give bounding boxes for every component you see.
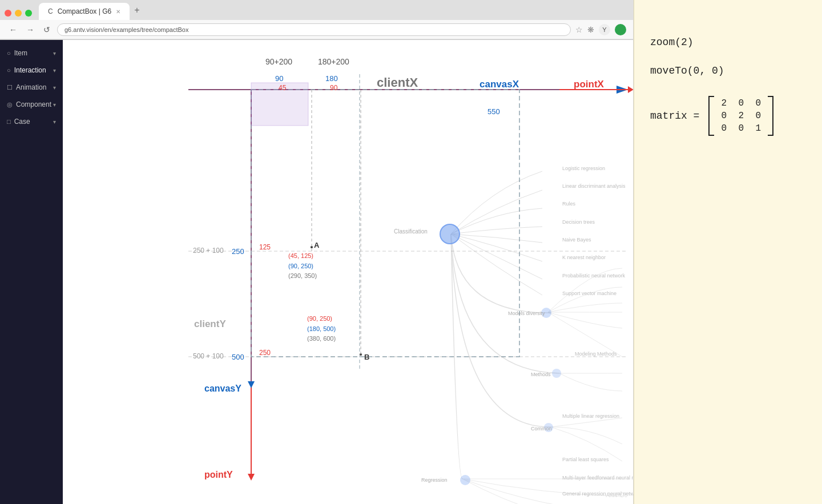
axis-red-90: 90 (330, 84, 337, 92)
item-chevron-icon: ▾ (53, 50, 56, 57)
star-icon[interactable]: ☆ (575, 25, 583, 34)
row-label-250: 250 + 100 (193, 247, 224, 255)
leaf-svm: Support vector machine (562, 291, 616, 296)
browser-chrome: C CompactBox | G6 ✕ + ← → ↺ g6.antv.visi… (0, 0, 633, 40)
coord-B-line2: (180, 500) (307, 324, 336, 334)
component-chevron-icon: ▾ (53, 102, 56, 108)
regression-label: Regression (421, 477, 448, 483)
url-text: g6.antv.vision/en/examples/tree/compactB… (65, 26, 188, 33)
case-icon: □ (7, 118, 11, 125)
tab-bar: C CompactBox | G6 ✕ + (0, 0, 633, 20)
pointY-label: pointY (204, 470, 233, 480)
pointX-label: pointX (574, 79, 604, 90)
regression-node (460, 475, 470, 485)
dashed-lines-svg (63, 40, 633, 504)
leaf-multi-ff-nn: Multi-layer feedforward neural network (562, 475, 633, 481)
sidebar-label-interaction: Interaction (14, 66, 46, 74)
sidebar-item-case[interactable]: □ Case ▾ (0, 113, 63, 130)
mindmap-svg (63, 40, 633, 504)
new-tab-button[interactable]: + (130, 3, 144, 18)
classification-node (440, 224, 460, 244)
url-bar[interactable]: g6.antv.vision/en/examples/tree/compactB… (57, 23, 571, 36)
matrix-row-1: 0 2 0 (719, 111, 763, 121)
tab-title: CompactBox | G6 (58, 7, 112, 15)
models-diversity-label: Models diversity (508, 311, 545, 316)
sidebar-item-component[interactable]: ◎ Component ▾ (0, 96, 63, 113)
browser-tab[interactable]: C CompactBox | G6 ✕ (39, 3, 130, 20)
case-chevron-icon: ▾ (53, 119, 56, 125)
leaf-prob-nn: Probabilistic neural network (562, 273, 625, 279)
sidebar-label-component: Component (16, 100, 51, 108)
canvasX-label: canvasX (480, 79, 519, 90)
common-label: Common (531, 426, 552, 432)
forward-button[interactable]: → (24, 24, 37, 35)
coord-A-line3: (290, 350) (288, 271, 317, 281)
sidebar-item-animation[interactable]: ☐ Animation ▾ (0, 79, 63, 96)
tab-close-button[interactable]: ✕ (116, 9, 120, 15)
axis-number-90-200: 90+200 (265, 57, 292, 66)
matrix-cell-12: 0 (753, 111, 763, 121)
component-icon: ◎ (7, 101, 13, 108)
matrix-row-2: 0 0 1 (719, 123, 763, 134)
axis-blue-90: 90 (275, 74, 283, 83)
nav-icons: ☆ ❋ Y (575, 24, 626, 35)
back-button[interactable]: ← (7, 24, 19, 35)
classification-label: Classification (394, 228, 428, 235)
interaction-icon: ○ (7, 67, 11, 74)
interaction-chevron-icon: ▾ (53, 67, 56, 74)
coord-B-text: (90, 250) (180, 500) (380, 600) (307, 314, 336, 344)
clientY-label: clientY (194, 318, 226, 330)
traffic-lights (5, 10, 32, 17)
point-A-dot (310, 245, 313, 249)
matrix-cell-01: 0 (736, 98, 746, 108)
matrix-row-0: 2 0 0 (719, 98, 763, 108)
sidebar-item-item[interactable]: ○ Item ▾ (0, 45, 63, 62)
axis-blue-250: 250 (232, 247, 244, 256)
canvas-area[interactable]: clientX canvasX pointX clientY canvasY p… (63, 40, 633, 504)
animation-icon: ☐ (7, 84, 13, 91)
svg-marker-6 (628, 86, 633, 93)
axis-red-45: 45 (279, 84, 286, 92)
axis-red-250: 250 (259, 349, 271, 357)
matrix-cell-20: 0 (719, 123, 729, 134)
canvasY-label: canvasY (204, 384, 241, 394)
traffic-light-minimize[interactable] (15, 10, 22, 17)
leaf-modeling-methods: Modeling Methods (575, 351, 617, 357)
traffic-light-maximize[interactable] (25, 10, 32, 17)
leaf-naive-bayes: Naive Bayes (562, 237, 591, 243)
sidebar-label-item: Item (14, 49, 27, 57)
svg-marker-8 (248, 474, 255, 481)
axis-number-180-200: 180+200 (318, 57, 349, 66)
traffic-light-close[interactable] (5, 10, 11, 17)
leaf-logistic: Logistic regression (562, 166, 605, 171)
sidebar-item-interaction[interactable]: ○ Interaction ▾ (0, 62, 63, 79)
browser-window: C CompactBox | G6 ✕ + ← → ↺ g6.antv.visi… (0, 0, 634, 504)
watermark: AntV G6 (606, 492, 627, 498)
profile-icon-green[interactable] (615, 24, 626, 35)
main-content: ○ Item ▾ ○ Interaction ▾ ☐ Animation ▾ (0, 40, 633, 504)
svg-marker-11 (248, 381, 255, 388)
nav-bar: ← → ↺ g6.antv.vision/en/examples/tree/co… (0, 20, 633, 39)
formula-moveto: moveTo(0, 0) (650, 65, 806, 76)
methods-node (552, 369, 561, 378)
matrix-label: matrix = (650, 110, 699, 122)
leaf-k-nearest: K nearest neighbor (562, 255, 606, 260)
axis-blue-500: 500 (232, 353, 244, 361)
axis-blue-550: 550 (487, 107, 500, 116)
leaf-multiple-lr: Multiple linear regression (562, 413, 619, 419)
coord-B-line1: (90, 250) (307, 314, 336, 324)
extension-icon[interactable]: ❋ (587, 25, 594, 34)
leaf-rules: Rules (562, 201, 575, 207)
axis-blue-180: 180 (325, 74, 338, 83)
matrix-cell-02: 0 (753, 98, 763, 108)
coord-B-line3: (380, 600) (307, 334, 336, 344)
methods-label: Methods (531, 372, 551, 377)
matrix-cell-21: 0 (736, 123, 746, 134)
matrix-bracket-left (708, 96, 714, 136)
matrix-container: matrix = 2 0 0 0 2 0 0 0 1 (650, 96, 806, 136)
reload-button[interactable]: ↺ (41, 24, 53, 35)
user-icon[interactable]: Y (599, 24, 610, 35)
coord-A-text: (45, 125) (90, 250) (290, 350) (288, 251, 317, 281)
matrix-cell-10: 0 (719, 111, 729, 121)
matrix-cell-11: 2 (736, 111, 746, 121)
